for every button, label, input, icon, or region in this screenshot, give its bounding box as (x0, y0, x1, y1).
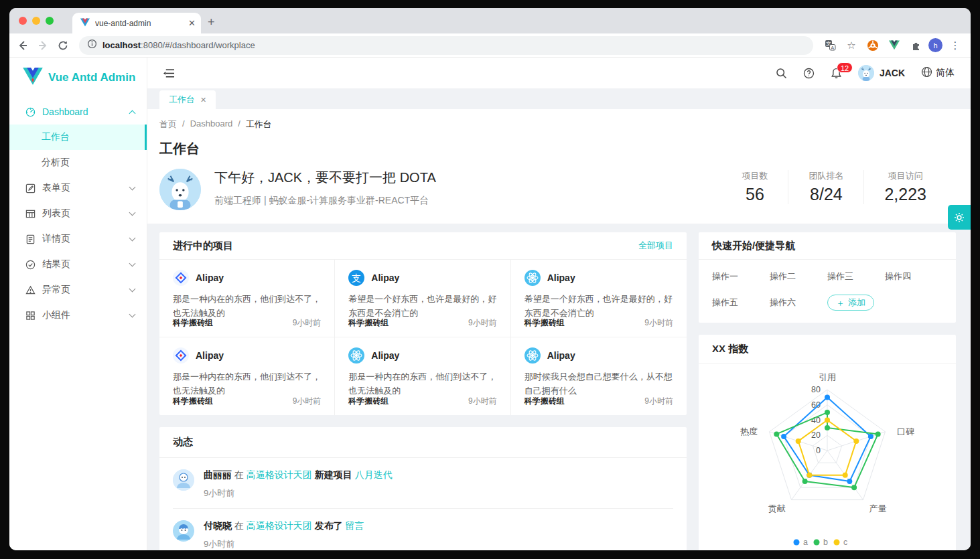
project-group[interactable]: 科学搬砖组 (173, 396, 213, 407)
chevron-up-icon (129, 110, 136, 116)
forward-button[interactable] (35, 37, 51, 54)
activity-word: 在 (234, 469, 244, 480)
svg-text:80: 80 (811, 385, 821, 394)
sidebar: Vue Antd Admin Dashboard 工作台 分析页 (9, 58, 147, 550)
new-tab-button[interactable]: + (208, 15, 215, 29)
chevron-down-icon (129, 260, 136, 267)
language-switcher[interactable]: 简体 (921, 66, 955, 80)
app-logo[interactable]: Vue Antd Admin (9, 58, 147, 88)
close-window-button[interactable] (19, 17, 27, 25)
quick-link-1[interactable]: 操作一 (712, 270, 770, 283)
browser-tabstrip: vue-antd-admin ✕ + (9, 8, 971, 33)
quick-link-3[interactable]: 操作三 (827, 270, 885, 283)
sidebar-item-analysis[interactable]: 分析页 (9, 150, 147, 175)
activity-time: 9小时前 (204, 538, 364, 550)
vue-devtools-icon[interactable] (886, 37, 903, 54)
search-icon[interactable] (776, 68, 787, 79)
project-group[interactable]: 科学搬砖组 (173, 317, 213, 329)
activity-group-link[interactable]: 高逼格设计天团 (247, 520, 312, 531)
activity-word: 在 (234, 520, 244, 531)
back-button[interactable] (15, 37, 31, 54)
breadcrumb-home[interactable]: 首页 (159, 118, 177, 131)
stat-visits: 项目访问 2,223 (863, 170, 947, 204)
menu-fold-icon[interactable] (163, 68, 175, 78)
quick-link-5[interactable]: 操作五 (712, 297, 770, 309)
browser-tab[interactable]: vue-antd-admin ✕ (72, 13, 201, 33)
stat-projects: 项目数 56 (721, 170, 788, 204)
minimize-window-button[interactable] (32, 17, 40, 25)
project-card[interactable]: Alipay 希望是一个好东西，也许是最好的，好东西是不会消亡的 科学搬砖组9小… (511, 260, 687, 337)
sidebar-item-exceptions[interactable]: 异常页 (9, 277, 147, 303)
index-card: XX 指数 020406080引用口碑产量贡献热度abc (699, 335, 956, 550)
project-group[interactable]: 科学搬砖组 (524, 317, 565, 329)
tab-workplace[interactable]: 工作台 ✕ (159, 90, 216, 109)
quick-nav-body: 操作一 操作二 操作三 操作四 操作五 操作六 ＋添加 (699, 260, 956, 323)
breadcrumb-dashboard[interactable]: Dashboard (190, 118, 233, 131)
project-title: Alipay (196, 272, 224, 283)
activity-body: 付晓晓 在 高逼格设计天团 发布了 留言 9小时前 (204, 520, 364, 550)
project-group[interactable]: 科学搬砖组 (348, 317, 389, 329)
quick-link-4[interactable]: 操作四 (885, 270, 942, 283)
activity-user[interactable]: 曲丽丽 (204, 469, 232, 480)
user-menu[interactable]: JACK (858, 65, 905, 81)
sidebar-item-forms[interactable]: 表单页 (9, 175, 147, 201)
project-title: Alipay (547, 350, 575, 361)
activity-target-link[interactable]: 八月迭代 (355, 469, 393, 480)
sidebar-item-results[interactable]: 结果页 (9, 252, 147, 277)
browser-menu-icon[interactable]: ⋮ (947, 37, 964, 54)
svg-text:支: 支 (352, 272, 361, 283)
add-button[interactable]: ＋添加 (827, 295, 874, 311)
settings-gear-button[interactable] (948, 205, 971, 230)
sidebar-item-details[interactable]: 详情页 (9, 226, 147, 252)
project-card[interactable]: Alipay 那是一种内在的东西，他们到达不了，也无法触及的 科学搬砖组9小时前 (159, 260, 335, 337)
vue-logo-icon (23, 68, 43, 88)
quick-link-2[interactable]: 操作二 (770, 270, 827, 283)
quick-link-6[interactable]: 操作六 (770, 297, 827, 309)
projects-grid: Alipay 那是一种内在的东西，他们到达不了，也无法触及的 科学搬砖组9小时前… (159, 260, 687, 415)
chevron-down-icon (129, 286, 136, 293)
extension-orange-icon[interactable] (864, 37, 882, 54)
tab-close-icon[interactable]: ✕ (188, 18, 196, 28)
welcome-section: 下午好，JACK，要不要打一把 DOTA 前端工程师 | 蚂蚁金服-计算服务事业… (159, 169, 947, 224)
gear-icon (953, 212, 965, 224)
project-card[interactable]: 支 Alipay 希望是一个好东西，也许是最好的，好东西是不会消亡的 科学搬砖组… (335, 260, 510, 337)
content-right-column: 快速开始/便捷导航 操作一 操作二 操作三 操作四 操作五 操作六 ＋添加 (699, 232, 956, 550)
stat-label: 团队排名 (809, 170, 843, 182)
sidebar-item-dashboard[interactable]: Dashboard (9, 99, 147, 125)
project-card[interactable]: Alipay 那是一种内在的东西，他们到达不了，也无法触及的 科学搬砖组9小时前 (335, 337, 510, 415)
tab-close-icon[interactable]: ✕ (200, 96, 206, 104)
all-projects-link[interactable]: 全部项目 (638, 240, 673, 252)
translate-icon[interactable]: 文A (821, 37, 839, 54)
sidebar-item-label: 结果页 (42, 258, 123, 270)
sidebar-item-workplace[interactable]: 工作台 (9, 125, 147, 150)
extensions-puzzle-icon[interactable] (907, 37, 924, 54)
notification-bell-icon[interactable]: 12 (831, 68, 842, 79)
svg-text:c: c (843, 538, 847, 547)
activity-text: 曲丽丽 在 高逼格设计天团 新建项目 八月迭代 (204, 469, 393, 481)
project-card[interactable]: Alipay 那是一种内在的东西，他们到达不了，也无法触及的 科学搬砖组9小时前 (159, 337, 335, 415)
activity-group-link[interactable]: 高逼格设计天团 (247, 469, 312, 480)
user-avatar (173, 469, 194, 491)
quick-nav-card: 快速开始/便捷导航 操作一 操作二 操作三 操作四 操作五 操作六 ＋添加 (699, 232, 956, 323)
project-card[interactable]: Alipay 那时候我只会想自己想要什么，从不想自己拥有什么 科学搬砖组9小时前 (511, 337, 687, 415)
zoom-window-button[interactable] (46, 17, 54, 25)
sidebar-item-label: 工作台 (42, 131, 135, 143)
user-name: JACK (880, 68, 905, 78)
help-icon[interactable] (803, 68, 815, 79)
user-avatar (858, 65, 874, 81)
project-group[interactable]: 科学搬砖组 (348, 396, 389, 407)
url-bar[interactable]: localhost:8080/#/dashboard/workplace (79, 36, 813, 55)
svg-text:b: b (823, 538, 828, 547)
project-group[interactable]: 科学搬砖组 (524, 396, 565, 407)
sidebar-item-widgets[interactable]: 小组件 (9, 303, 147, 328)
sidebar-item-lists[interactable]: 列表页 (9, 201, 147, 226)
site-info-icon[interactable] (87, 39, 97, 52)
activity-body: 曲丽丽 在 高逼格设计天团 新建项目 八月迭代 9小时前 (204, 469, 393, 499)
browser-profile-avatar[interactable]: h (928, 38, 942, 52)
activity-user[interactable]: 付晓晓 (204, 520, 232, 531)
activity-target-link[interactable]: 留言 (346, 520, 364, 531)
reload-button[interactable] (55, 37, 71, 54)
bookmark-star-icon[interactable]: ☆ (843, 37, 860, 54)
svg-text:引用: 引用 (819, 372, 836, 382)
dashboard-icon (25, 107, 36, 117)
